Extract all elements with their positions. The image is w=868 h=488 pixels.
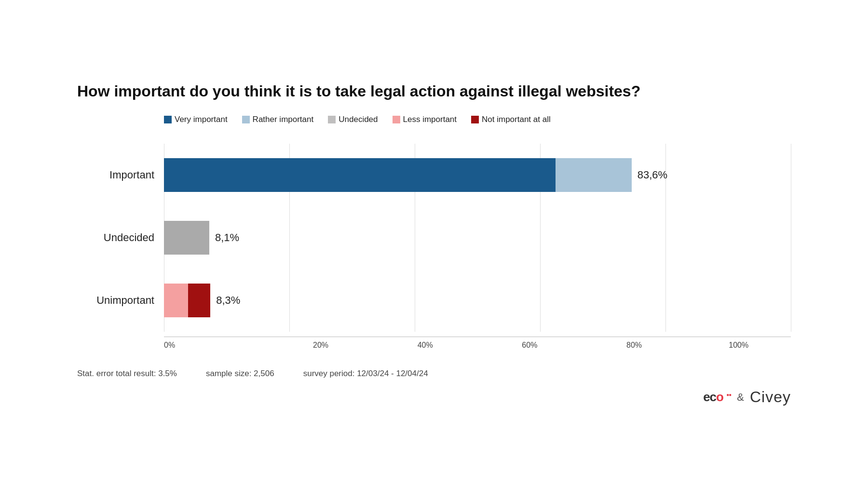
x-axis: 0%20%40%60%80%100% xyxy=(164,337,791,350)
bar-inner-unimportant xyxy=(164,284,210,317)
x-tick-0: 0% xyxy=(164,341,269,350)
legend-color-rather-important xyxy=(242,116,250,123)
chart-container: How important do you think it is to take… xyxy=(48,63,820,425)
legend-item-undecided: Undecided xyxy=(328,115,378,124)
legend-label-very-important: Very important xyxy=(175,115,228,124)
bar-track-unimportant: 8,3% xyxy=(164,284,791,317)
chart-footer: Stat. error total result: 3.5% sample si… xyxy=(77,369,791,379)
bar-track-undecided: 8,1% xyxy=(164,221,791,255)
chart-area: Important83,6%Undecided8,1%Unimportant8,… xyxy=(77,144,791,350)
legend-color-less-important xyxy=(393,116,400,123)
x-tick-1: 20% xyxy=(269,341,373,350)
bar-group-unimportant: Unimportant8,3% xyxy=(77,269,791,332)
x-tick-2: 40% xyxy=(373,341,477,350)
legend-label-rather-important: Rather important xyxy=(253,115,314,124)
bar-group-important: Important83,6% xyxy=(77,144,791,206)
civey-logo: Civey xyxy=(750,388,791,406)
bar-label-unimportant: Unimportant xyxy=(77,294,164,307)
chart-title: How important do you think it is to take… xyxy=(77,82,791,100)
survey-period: survey period: 12/03/24 - 12/04/24 xyxy=(303,369,428,379)
x-tick-4: 80% xyxy=(582,341,687,350)
grid-line-5 xyxy=(791,144,791,332)
sample-size: sample size: 2,506 xyxy=(206,369,274,379)
bars-container: Important83,6%Undecided8,1%Unimportant8,… xyxy=(77,144,791,332)
bar-segment xyxy=(164,158,556,192)
legend: Very important Rather important Undecide… xyxy=(164,115,791,124)
legend-item-rather-important: Rather important xyxy=(242,115,314,124)
bar-value-unimportant: 8,3% xyxy=(216,294,240,307)
bar-inner-undecided xyxy=(164,221,209,255)
legend-label-not-important: Not important at all xyxy=(482,115,551,124)
legend-item-less-important: Less important xyxy=(393,115,457,124)
bar-segment xyxy=(164,284,188,317)
bar-segment xyxy=(556,158,632,192)
bar-value-important: 83,6% xyxy=(637,169,667,181)
bar-group-undecided: Undecided8,1% xyxy=(77,206,791,269)
legend-color-undecided xyxy=(328,116,336,123)
bar-inner-important xyxy=(164,158,632,192)
bar-segment xyxy=(164,221,209,255)
x-tick-3: 60% xyxy=(477,341,582,350)
branding: eco ●● & Civey xyxy=(77,388,791,406)
bar-track-important: 83,6% xyxy=(164,158,791,192)
legend-label-less-important: Less important xyxy=(403,115,457,124)
legend-color-very-important xyxy=(164,116,172,123)
legend-color-not-important xyxy=(471,116,479,123)
legend-item-not-important: Not important at all xyxy=(471,115,551,124)
ampersand: & xyxy=(737,391,744,404)
eco-logo: eco ●● xyxy=(703,390,731,405)
legend-label-undecided: Undecided xyxy=(339,115,378,124)
stat-error: Stat. error total result: 3.5% xyxy=(77,369,177,379)
legend-item-very-important: Very important xyxy=(164,115,228,124)
bar-label-undecided: Undecided xyxy=(77,231,164,244)
x-tick-5: 100% xyxy=(686,341,791,350)
bar-value-undecided: 8,1% xyxy=(215,231,239,244)
bar-label-important: Important xyxy=(77,169,164,181)
bar-segment xyxy=(188,284,210,317)
